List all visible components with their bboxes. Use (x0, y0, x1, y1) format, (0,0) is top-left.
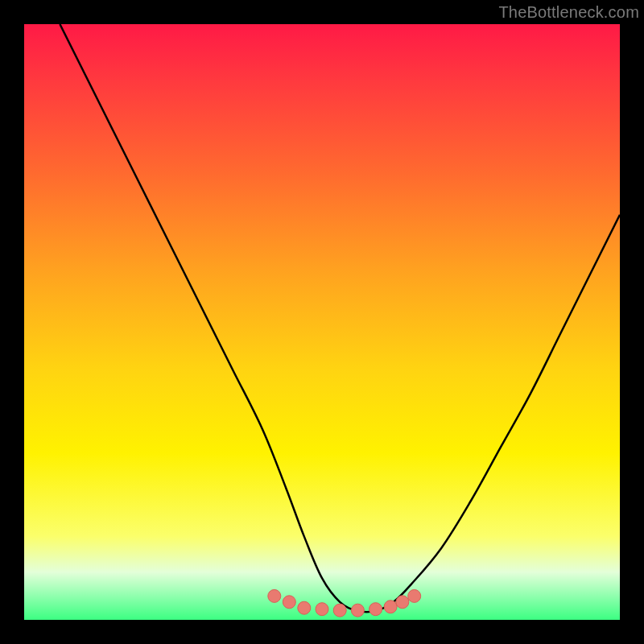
watermark-text: TheBottleneck.com (498, 3, 639, 22)
optimal-marker (369, 603, 382, 616)
optimal-marker (384, 601, 397, 613)
plot-area (24, 24, 620, 620)
bottleneck-curve-path (60, 24, 620, 612)
optimal-marker (396, 596, 409, 609)
optimal-range-markers (268, 589, 421, 617)
optimal-marker (298, 601, 311, 614)
optimal-marker (268, 589, 281, 602)
bottleneck-curve (60, 24, 620, 612)
optimal-marker (408, 589, 421, 602)
chart-frame: TheBottleneck.com (0, 0, 644, 644)
optimal-marker (351, 604, 364, 617)
optimal-marker (316, 603, 328, 616)
optimal-marker (333, 604, 346, 617)
optimal-marker (283, 596, 295, 609)
chart-svg-overlay (24, 24, 620, 620)
